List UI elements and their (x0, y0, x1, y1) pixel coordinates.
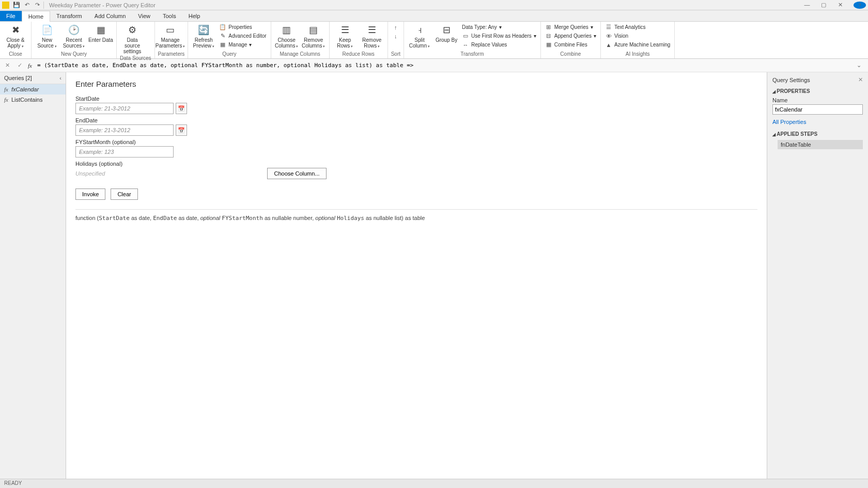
window-title: Weekday Parameter - Power Query Editor (49, 2, 156, 8)
keep-rows-button[interactable]: ☰Keep Rows (333, 23, 358, 49)
collapse-queries-button[interactable]: ‹ (59, 75, 61, 81)
recent-sources-icon: 🕑 (68, 24, 80, 36)
holidays-unspecified: Unspecified (75, 170, 105, 177)
properties-section[interactable]: PROPERTIES (772, 88, 863, 94)
function-icon: fx (4, 86, 8, 92)
accept-formula-button[interactable]: ✓ (13, 60, 26, 71)
function-signature: function (StartDate as date, EndDate as … (75, 209, 757, 222)
choose-column-button[interactable]: Choose Column... (267, 168, 326, 179)
refresh-preview-button[interactable]: 🔄Refresh Preview (191, 23, 216, 49)
fx-icon: fx (28, 62, 32, 69)
use-first-row-button[interactable]: ▭Use First Row as Headers ▾ (461, 32, 537, 40)
tab-home[interactable]: Home (22, 11, 50, 22)
remove-rows-icon: ☰ (366, 24, 378, 36)
queries-header: Queries [2] (4, 75, 32, 81)
replace-values-button[interactable]: ↔Replace Values (461, 40, 537, 49)
enter-parameters-title: Enter Parameters (75, 80, 757, 88)
properties-icon: 📋 (219, 24, 226, 31)
advanced-editor-icon: ✎ (219, 33, 226, 40)
group-by-button[interactable]: ⊟Group By (434, 23, 459, 43)
append-queries-button[interactable]: ⊟Append Queries ▾ (544, 32, 597, 40)
remove-columns-button[interactable]: ▤Remove Columns (301, 23, 326, 49)
minimize-button[interactable]: — (801, 2, 813, 9)
manage-parameters-button[interactable]: ▭Manage Parameters (158, 23, 183, 49)
formula-input[interactable] (34, 62, 857, 69)
fystartmonth-label: FYStartMonth (optional) (75, 139, 757, 145)
sort-asc-icon: ↑ (392, 24, 399, 31)
query-name-input[interactable] (772, 104, 863, 115)
sort-asc-button[interactable]: ↑ (391, 23, 400, 32)
applied-steps-section[interactable]: APPLIED STEPS (772, 131, 863, 137)
query-item-listcontains[interactable]: fx ListContains (0, 95, 66, 105)
holidays-label: Holidays (optional) (75, 161, 757, 167)
parameters-icon: ▭ (164, 24, 177, 36)
query-item-fxcalendar[interactable]: fx fxCalendar (0, 84, 66, 95)
text-analytics-button[interactable]: ☰Text Analytics (604, 23, 671, 32)
close-settings-button[interactable]: ✕ (858, 76, 863, 83)
manage-icon: ▦ (219, 41, 226, 49)
header-row-icon: ▭ (462, 33, 469, 40)
name-label: Name (772, 97, 863, 103)
enddate-input[interactable] (75, 124, 174, 136)
data-type-button[interactable]: Data Type: Any ▾ (461, 23, 537, 32)
all-properties-link[interactable]: All Properties (772, 119, 863, 125)
enddate-label: EndDate (75, 117, 757, 123)
fystartmonth-input[interactable] (75, 146, 174, 158)
refresh-icon: 🔄 (197, 24, 210, 36)
keep-rows-icon: ☰ (339, 24, 351, 36)
startdate-label: StartDate (75, 96, 757, 102)
manage-button[interactable]: ▦Manage ▾ (218, 40, 267, 49)
sort-desc-button[interactable]: ↓ (391, 32, 400, 40)
startdate-picker-button[interactable]: 📅 (176, 103, 187, 114)
enter-data-button[interactable]: ▦Enter Data (88, 23, 113, 43)
help-icon[interactable]: ? (854, 2, 866, 9)
close-button[interactable]: ✕ (834, 2, 846, 9)
vision-button[interactable]: 👁Vision (604, 32, 671, 40)
startdate-input[interactable] (75, 103, 174, 114)
app-icon (2, 2, 9, 9)
tab-view[interactable]: View (132, 11, 157, 21)
data-source-settings-button[interactable]: ⚙Data source settings (120, 23, 145, 54)
group-icon: ⊟ (440, 24, 453, 36)
cancel-formula-button[interactable]: ✕ (1, 60, 13, 71)
tab-transform[interactable]: Transform (50, 11, 88, 21)
azure-ml-icon: ▲ (605, 41, 612, 49)
replace-icon: ↔ (462, 41, 469, 49)
choose-columns-icon: ▥ (281, 24, 293, 36)
choose-columns-button[interactable]: ▥Choose Columns (274, 23, 299, 49)
enter-data-icon: ▦ (95, 24, 107, 36)
expand-formula-button[interactable]: ⌄ (857, 62, 867, 69)
enddate-picker-button[interactable]: 📅 (176, 124, 187, 136)
advanced-editor-button[interactable]: ✎Advanced Editor (218, 32, 267, 40)
save-icon[interactable]: 💾 (12, 1, 21, 9)
remove-rows-button[interactable]: ☰Remove Rows (360, 23, 384, 49)
tab-add-column[interactable]: Add Column (88, 11, 132, 21)
split-icon: ⫞ (413, 24, 426, 36)
combine-icon: ▦ (545, 41, 552, 49)
query-settings-title: Query Settings (772, 77, 810, 83)
tab-help[interactable]: Help (182, 11, 207, 21)
new-source-button[interactable]: 📄New Source (35, 23, 59, 49)
invoke-button[interactable]: Invoke (75, 188, 105, 200)
clear-button[interactable]: Clear (111, 188, 137, 200)
remove-columns-icon: ▤ (307, 24, 320, 36)
redo-icon[interactable]: ↷ (33, 1, 41, 9)
tab-file[interactable]: File (0, 11, 22, 21)
split-column-button[interactable]: ⫞Split Column (407, 23, 432, 49)
azure-ml-button[interactable]: ▲Azure Machine Learning (604, 40, 671, 49)
append-icon: ⊟ (545, 33, 552, 40)
gear-icon: ⚙ (126, 24, 138, 36)
merge-icon: ⊞ (545, 24, 552, 31)
undo-icon[interactable]: ↶ (23, 1, 31, 9)
tab-tools[interactable]: Tools (157, 11, 182, 21)
merge-queries-button[interactable]: ⊞Merge Queries ▾ (544, 23, 597, 32)
combine-files-button[interactable]: ▦Combine Files (544, 40, 597, 49)
maximize-button[interactable]: ▢ (817, 2, 830, 9)
recent-sources-button[interactable]: 🕑Recent Sources (61, 23, 86, 49)
properties-button[interactable]: 📋Properties (218, 23, 267, 32)
function-icon: fx (4, 97, 8, 103)
close-apply-button[interactable]: ✖ Close & Apply (3, 23, 28, 49)
applied-step-fndatetable[interactable]: fnDateTable (778, 140, 863, 149)
status-text: READY (4, 480, 22, 486)
text-analytics-icon: ☰ (605, 24, 612, 31)
